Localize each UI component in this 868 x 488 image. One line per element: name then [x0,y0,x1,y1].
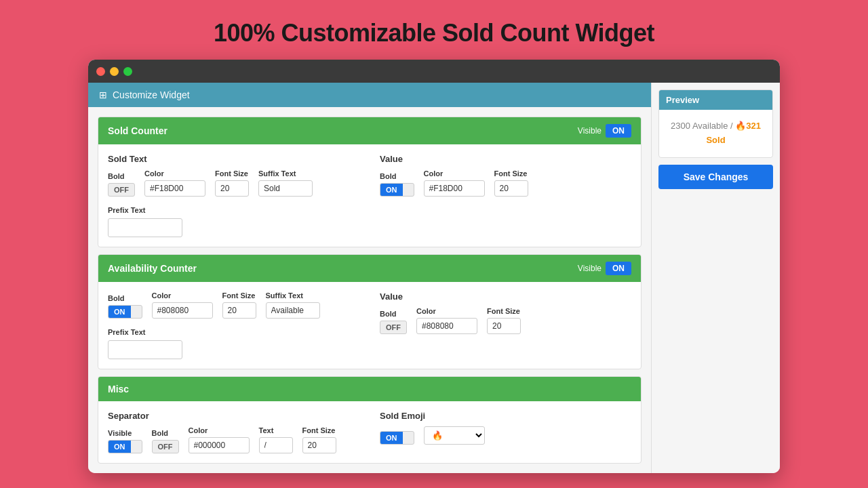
sold-text-color-col: Color [144,169,205,197]
sold-text-fontsize-input[interactable] [215,180,249,197]
sold-value-color-label: Color [424,169,485,178]
sep-text-col: Text [259,426,293,453]
sold-value-bold-label: Bold [380,172,414,180]
emoji-toggle-on[interactable]: ON [380,432,403,444]
sold-counter-body: Sold Text Bold OFF Color [98,144,641,247]
preview-available-text: 2300 Available / [671,121,735,131]
availability-counter-title: Availability Counter [108,263,197,274]
content-area: Sold Counter Visible ON Sold Text [88,107,651,473]
sold-text-color-input[interactable] [144,180,205,197]
sep-fontsize-input[interactable] [302,437,336,453]
sold-value-toggle-on[interactable]: ON [380,184,403,196]
emoji-select-col: 🔥 ⭐ ❤️ ✅ 🎉 [424,426,485,445]
availability-counter-section: Availability Counter Visible ON Bold [98,254,642,369]
sold-counter-header: Sold Counter Visible ON [98,117,641,144]
minimize-dot[interactable] [110,67,119,76]
sold-emoji-fields-row: ON 🔥 ⭐ ❤️ ✅ [380,426,631,445]
sold-text-prefix-input[interactable] [108,218,182,237]
avail-prefix-row: Prefix Text [108,325,359,359]
sold-text-title: Sold Text [108,154,359,164]
sep-bold-label: Bold [152,429,179,437]
preview-body: 2300 Available / 🔥321 Sold [659,110,772,157]
sold-text-bold-toggle[interactable]: OFF [108,183,135,197]
sold-text-prefix-row: Prefix Text [108,203,359,237]
avail-value-bold-toggle[interactable]: OFF [380,321,407,334]
sep-toggle-on[interactable]: ON [108,441,131,453]
misc-header: Misc [98,377,641,401]
sep-bold-toggle[interactable]: OFF [152,440,179,453]
sep-bold-col: Bold OFF [152,429,179,453]
emoji-select[interactable]: 🔥 ⭐ ❤️ ✅ 🎉 [424,426,485,445]
avail-suffix-input[interactable] [266,302,320,319]
avail-bold-col: Bold ON [108,294,142,319]
preview-fire-icon: 🔥 [735,121,746,131]
sold-value-bold-toggle[interactable]: ON [380,183,414,197]
sold-value-fontsize-input[interactable] [494,180,528,197]
sep-visible-label: Visible [108,429,142,437]
sep-visible-col: Visible ON [108,429,142,453]
avail-bold-label: Bold [108,294,142,302]
sold-text-bold-col: Bold OFF [108,172,135,197]
avail-value-group: Value Bold OFF Color [380,291,631,359]
emoji-visible-toggle[interactable]: ON [380,431,414,445]
avail-color-col: Color [152,291,213,319]
sold-text-group: Sold Text Bold OFF Color [108,154,359,237]
avail-value-fontsize-input[interactable] [487,318,521,334]
sep-toggle-spacer [131,445,142,449]
avail-value-fields-row: Bold OFF Color Font Size [380,307,631,334]
sold-text-fields-row: Bold OFF Color Font Size [108,169,359,197]
avail-suffix-label: Suffix Text [266,291,320,300]
sold-text-fontsize-col: Font Size [215,169,249,197]
avail-color-input[interactable] [152,302,213,319]
close-dot[interactable] [96,67,105,76]
sold-value-group: Value Bold ON Color [380,154,631,237]
sold-value-fontsize-label: Font Size [494,169,528,178]
sold-value-fields-row: Bold ON Color [380,169,631,197]
sold-value-bold-col: Bold ON [380,172,414,197]
maximize-dot[interactable] [123,67,132,76]
browser-content: ⊞ Customize Widget Sold Counter Visible … [88,83,780,473]
sold-text-suffix-input[interactable] [258,180,313,197]
sold-value-color-col: Color [424,169,485,197]
avail-value-fontsize-label: Font Size [487,307,521,315]
avail-value-fontsize-col: Font Size [487,307,521,334]
sold-text-suffix-col: Suffix Text [258,169,313,197]
sold-text-color-label: Color [144,169,205,178]
avail-value-color-label: Color [416,307,477,315]
emoji-toggle-spacer [403,436,414,440]
preview-header: Preview [659,90,772,110]
avail-value-color-input[interactable] [416,318,477,334]
sold-text-suffix-label: Suffix Text [258,169,313,178]
browser-titlebar [88,60,780,83]
sold-value-title: Value [380,154,631,164]
header-bar: ⊞ Customize Widget [88,83,651,107]
sep-visible-toggle[interactable]: ON [108,440,142,453]
page-title: 100% Customizable Sold Count Widget [214,19,654,47]
sidebar-panel: Preview 2300 Available / 🔥321 Sold Save … [651,83,780,473]
availability-counter-header: Availability Counter Visible ON [98,255,641,282]
avail-fontsize-input[interactable] [222,302,256,319]
avail-value-color-col: Color [416,307,477,334]
availability-counter-body: Bold ON Color [98,282,641,369]
save-changes-button[interactable]: Save Changes [658,165,773,189]
availability-fields-row: Bold ON Color [108,291,359,319]
sep-color-input[interactable] [189,437,250,453]
avail-color-label: Color [152,291,213,300]
separator-fields-row: Visible ON Bold OFF [108,426,359,453]
preview-card: Preview 2300 Available / 🔥321 Sold [658,89,773,158]
avail-prefix-input[interactable] [108,340,182,359]
sold-value-toggle-spacer [403,188,414,192]
sep-color-label: Color [189,426,250,434]
sold-counter-visible-toggle[interactable]: ON [606,124,631,138]
avail-toggle-on[interactable]: ON [108,306,131,318]
avail-bold-toggle[interactable]: ON [108,305,142,319]
sold-counter-section: Sold Counter Visible ON Sold Text [98,117,642,247]
availability-visible-toggle[interactable]: ON [606,262,631,275]
misc-section: Misc Separator Visible ON [98,376,642,464]
sep-text-input[interactable] [259,437,293,453]
emoji-toggle-col: ON [380,431,414,445]
header-title: Customize Widget [113,89,190,100]
sold-value-color-input[interactable] [424,180,485,197]
sold-counter-title: Sold Counter [108,125,167,136]
avail-toggle-spacer [131,310,142,314]
